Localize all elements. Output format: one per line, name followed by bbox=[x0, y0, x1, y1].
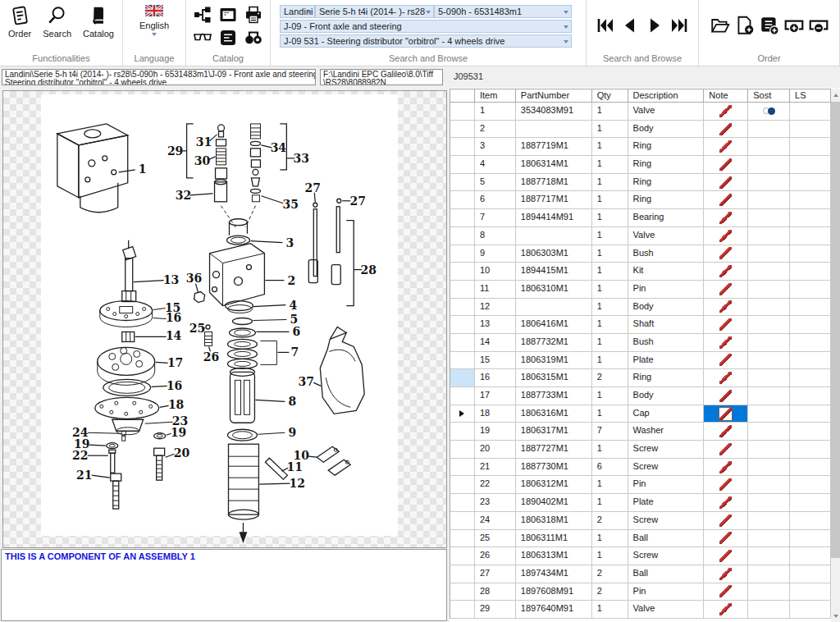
column-header-description[interactable]: Description bbox=[628, 89, 705, 103]
image-view-button[interactable] bbox=[216, 3, 240, 25]
ls-cell[interactable] bbox=[790, 476, 831, 494]
note-cell[interactable] bbox=[704, 405, 748, 423]
table-row[interactable]: 141887732M11Bush bbox=[450, 334, 831, 352]
sost-cell[interactable] bbox=[748, 334, 790, 352]
table-row[interactable]: 61887717M11Ring bbox=[450, 191, 831, 209]
row-selector[interactable] bbox=[450, 476, 475, 494]
qty-cell[interactable]: 2 bbox=[592, 565, 628, 583]
qty-cell[interactable]: 1 bbox=[592, 103, 628, 121]
ls-cell[interactable] bbox=[790, 316, 831, 334]
table-row[interactable]: 281897608M912Pin bbox=[450, 583, 831, 601]
search-button[interactable]: Search bbox=[40, 3, 74, 40]
description-cell[interactable]: Valve bbox=[628, 601, 705, 619]
part-number-cell[interactable]: 1887727M1 bbox=[516, 441, 592, 459]
part-number-cell[interactable] bbox=[516, 121, 592, 139]
ls-cell[interactable] bbox=[790, 227, 831, 245]
column-header-qty[interactable]: Qty bbox=[592, 89, 628, 103]
sost-cell[interactable] bbox=[748, 387, 790, 405]
qty-cell[interactable]: 1 bbox=[592, 263, 628, 281]
ls-cell[interactable] bbox=[790, 441, 831, 459]
table-row[interactable]: 21Body bbox=[450, 121, 831, 139]
find-in-catalog-button[interactable] bbox=[241, 26, 266, 48]
part-number-cell[interactable]: 1890402M1 bbox=[516, 494, 592, 512]
sost-cell[interactable] bbox=[748, 459, 790, 477]
description-cell[interactable]: Valve bbox=[628, 227, 705, 245]
part-number-cell[interactable]: 1806315M1 bbox=[516, 369, 592, 387]
qty-cell[interactable]: 1 bbox=[592, 227, 628, 245]
note-cell[interactable] bbox=[704, 156, 748, 174]
ls-cell[interactable] bbox=[790, 547, 831, 565]
item-cell[interactable]: 5 bbox=[475, 174, 516, 192]
item-cell[interactable]: 28 bbox=[475, 583, 516, 601]
item-cell[interactable]: 21 bbox=[475, 459, 516, 477]
qty-cell[interactable]: 2 bbox=[592, 583, 628, 601]
row-selector[interactable] bbox=[450, 299, 475, 317]
table-row[interactable]: 13534083M911Valve bbox=[450, 103, 831, 121]
sost-cell[interactable] bbox=[748, 565, 790, 583]
sost-cell[interactable] bbox=[748, 352, 790, 370]
description-cell[interactable]: Pin bbox=[628, 281, 705, 299]
qty-cell[interactable]: 1 bbox=[592, 191, 628, 209]
note-cell[interactable] bbox=[704, 601, 748, 619]
description-cell[interactable]: Screw bbox=[628, 512, 705, 530]
qty-cell[interactable]: 1 bbox=[592, 387, 628, 405]
scroll-down-icon[interactable] bbox=[831, 610, 840, 622]
note-cell[interactable] bbox=[704, 459, 748, 477]
sost-cell[interactable] bbox=[748, 245, 790, 263]
qty-cell[interactable]: 1 bbox=[592, 601, 628, 619]
part-number-cell[interactable]: 1806310M1 bbox=[516, 281, 592, 299]
item-cell[interactable]: 1 bbox=[475, 103, 516, 121]
sost-cell[interactable] bbox=[748, 583, 790, 601]
note-cell[interactable] bbox=[704, 494, 748, 512]
part-number-cell[interactable]: 1806316M1 bbox=[516, 405, 592, 423]
qty-cell[interactable]: 1 bbox=[592, 121, 628, 139]
ls-cell[interactable] bbox=[790, 583, 831, 601]
qty-cell[interactable]: 1 bbox=[592, 209, 628, 227]
ls-cell[interactable] bbox=[790, 369, 831, 387]
note-cell[interactable] bbox=[704, 281, 748, 299]
column-header-partnumber[interactable]: PartNumber bbox=[516, 89, 592, 103]
ls-cell[interactable] bbox=[790, 121, 831, 139]
preview-button[interactable] bbox=[190, 26, 215, 48]
description-cell[interactable]: Plate bbox=[628, 352, 705, 370]
description-cell[interactable]: Bearing bbox=[628, 209, 705, 227]
last-page-button[interactable] bbox=[669, 16, 689, 35]
table-row[interactable]: 251806311M11Ball bbox=[450, 530, 831, 548]
part-number-cell[interactable]: 1806314M1 bbox=[516, 156, 592, 174]
description-cell[interactable]: Body bbox=[628, 121, 705, 139]
item-cell[interactable]: 24 bbox=[475, 512, 516, 530]
row-selector[interactable] bbox=[450, 530, 475, 548]
qty-cell[interactable]: 1 bbox=[592, 281, 628, 299]
sost-cell[interactable] bbox=[748, 441, 790, 459]
qty-cell[interactable]: 1 bbox=[592, 352, 628, 370]
breadcrumb-box[interactable]: Landini\Serie 5-h t4i (2014- )- rs28\5-0… bbox=[2, 69, 316, 85]
row-selector[interactable] bbox=[450, 281, 475, 299]
note-cell[interactable] bbox=[704, 352, 748, 370]
ls-cell[interactable] bbox=[790, 530, 831, 548]
sost-cell[interactable] bbox=[748, 547, 790, 565]
sost-cell[interactable] bbox=[748, 138, 790, 156]
table-row[interactable]: 191806317M17Washer bbox=[450, 423, 831, 441]
row-selector[interactable] bbox=[450, 405, 475, 423]
part-number-cell[interactable]: 1887732M1 bbox=[516, 334, 592, 352]
sost-cell[interactable] bbox=[748, 369, 790, 387]
table-row[interactable]: 161806315M12Ring bbox=[450, 369, 831, 387]
item-cell[interactable]: 15 bbox=[475, 352, 516, 370]
item-cell[interactable]: 14 bbox=[475, 334, 516, 352]
description-cell[interactable]: Bush bbox=[628, 245, 705, 263]
model-dropdown[interactable]: Serie 5-h t4i (2014- )- rs28 bbox=[315, 5, 434, 18]
ls-cell[interactable] bbox=[790, 334, 831, 352]
qty-cell[interactable]: 1 bbox=[592, 530, 628, 548]
column-header-sost[interactable]: Sost bbox=[748, 89, 790, 103]
table-row[interactable]: 131806416M11Shaft bbox=[450, 316, 831, 334]
table-scrollbar[interactable] bbox=[831, 89, 840, 622]
table-row[interactable]: 41806314M11Ring bbox=[450, 156, 831, 174]
note-cell[interactable] bbox=[704, 174, 748, 192]
ls-cell[interactable] bbox=[790, 512, 831, 530]
note-cell[interactable] bbox=[704, 512, 748, 530]
part-number-cell[interactable]: 1806313M1 bbox=[516, 547, 592, 565]
ls-cell[interactable] bbox=[790, 387, 831, 405]
note-cell[interactable] bbox=[704, 121, 748, 139]
part-number-cell[interactable]: 1887718M1 bbox=[516, 174, 592, 192]
qty-cell[interactable]: 1 bbox=[592, 174, 628, 192]
